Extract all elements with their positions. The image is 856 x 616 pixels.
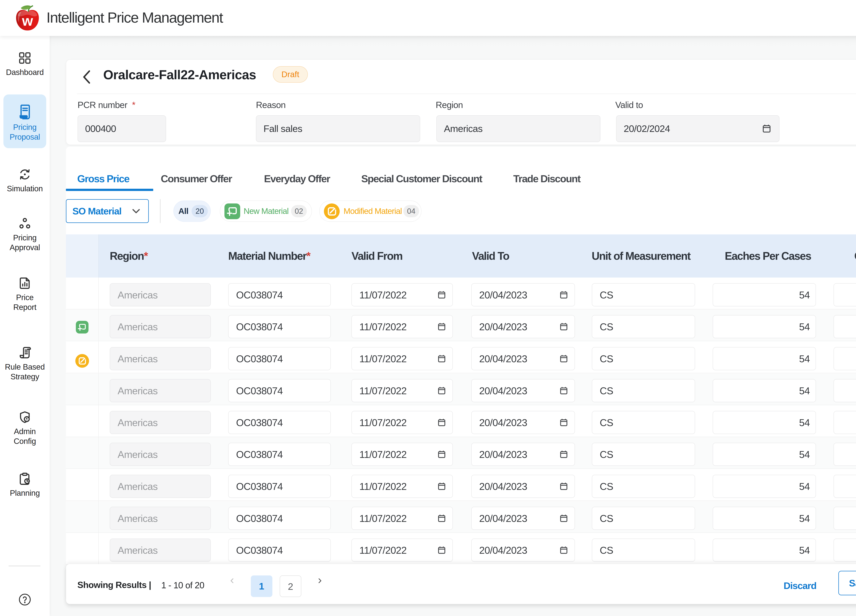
svg-text:w: w xyxy=(22,13,33,29)
